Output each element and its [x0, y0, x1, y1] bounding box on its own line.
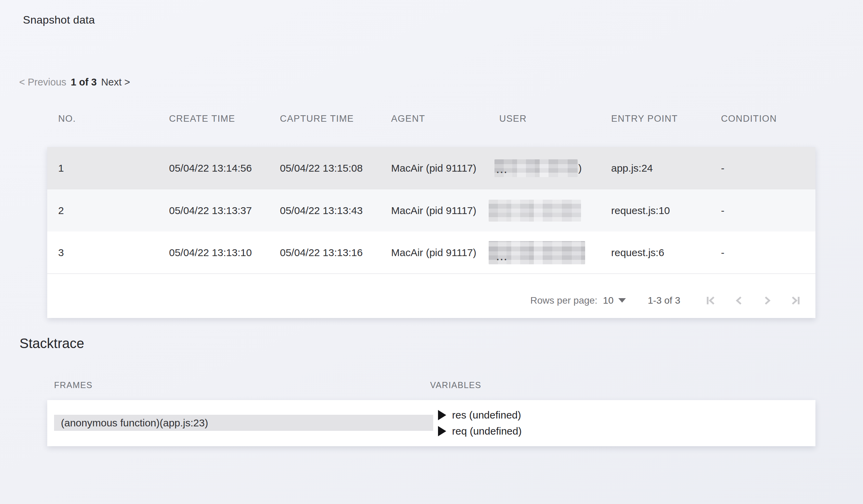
previous-page-button[interactable]: < Previous: [19, 77, 66, 88]
chevron-down-icon: [618, 298, 626, 302]
column-header-agent: AGENT: [391, 114, 499, 124]
snapshot-page: Snapshot data < Previous 1 of 3 Next > N…: [0, 0, 863, 504]
chevron-right-icon: [762, 294, 773, 307]
cell-no: 3: [58, 247, 169, 258]
column-header-entry-point: ENTRY POINT: [611, 114, 721, 124]
redacted-user-blur: [489, 200, 581, 222]
cell-no: 1: [58, 163, 169, 174]
user-overflow-ellipsis: ...: [497, 255, 508, 259]
cell-create-time: 05/04/22 13:13:10: [169, 247, 280, 258]
variable-row-req[interactable]: req (undefined): [438, 423, 522, 439]
variables-label: VARIABLES: [430, 380, 481, 390]
cell-condition: -: [721, 163, 815, 174]
table-row-3[interactable]: 3 05/04/22 13:13:10 05/04/22 13:13:16 Ma…: [47, 232, 815, 273]
cell-entry-point: app.js:24: [611, 163, 721, 174]
cell-agent: MacAir (pid 91117): [391, 205, 499, 217]
cell-create-time: 05/04/22 13:14:56: [169, 163, 280, 174]
frames-label: FRAMES: [54, 380, 93, 390]
cell-create-time: 05/04/22 13:13:37: [169, 205, 280, 217]
cell-agent: MacAir (pid 91117): [391, 163, 499, 174]
triangle-right-icon: [438, 410, 446, 420]
column-header-capture-time: CAPTURE TIME: [280, 114, 391, 124]
cell-user: [499, 200, 611, 222]
page-title: Snapshot data: [23, 14, 95, 26]
pager-status: 1 of 3: [71, 77, 97, 88]
cell-entry-point: request.js:6: [611, 247, 721, 258]
variable-label: req (undefined): [452, 425, 522, 437]
table-header-row: NO. CREATE TIME CAPTURE TIME AGENT USER …: [47, 114, 815, 124]
pagination-range: 1-3 of 3: [648, 295, 680, 306]
column-header-create-time: CREATE TIME: [169, 114, 280, 124]
cell-agent: MacAir (pid 91117): [391, 247, 499, 258]
cell-no: 2: [58, 205, 169, 217]
cell-condition: -: [721, 247, 815, 258]
stacktrace-panel: (anonymous function)(app.js:23) res (und…: [47, 400, 815, 446]
column-header-condition: CONDITION: [721, 114, 815, 124]
table-row-2[interactable]: 2 05/04/22 13:13:37 05/04/22 13:13:43 Ma…: [47, 190, 815, 232]
snapshot-pager: < Previous 1 of 3 Next >: [19, 77, 130, 88]
cell-capture-time: 05/04/22 13:13:43: [280, 205, 391, 217]
user-overflow-ellipsis: ...: [497, 168, 508, 172]
cell-capture-time: 05/04/22 13:15:08: [280, 163, 391, 174]
variable-label: res (undefined): [452, 409, 521, 421]
user-suffix: ): [578, 163, 582, 174]
cell-condition: -: [721, 205, 815, 217]
cell-capture-time: 05/04/22 13:13:16: [280, 247, 391, 258]
table-footer: Rows per page: 10 1-3 of 3: [47, 273, 815, 318]
first-page-icon: [705, 294, 716, 307]
rows-per-page-value: 10: [603, 295, 614, 306]
rows-per-page-select[interactable]: 10: [603, 295, 626, 306]
last-page-icon: [790, 294, 801, 307]
column-header-no: NO.: [58, 114, 169, 124]
last-page-button[interactable]: [790, 294, 801, 307]
variables-list: res (undefined) req (undefined): [438, 407, 522, 439]
next-page-button-icon[interactable]: [762, 294, 773, 307]
first-page-button[interactable]: [705, 294, 716, 307]
next-page-button[interactable]: Next >: [101, 77, 130, 88]
cell-user: ...: [499, 241, 611, 264]
cell-entry-point: request.js:10: [611, 205, 721, 217]
chevron-left-icon: [734, 294, 745, 307]
stack-frame-selected[interactable]: (anonymous function)(app.js:23): [54, 415, 433, 431]
snapshot-table: 1 05/04/22 13:14:56 05/04/22 13:15:08 Ma…: [47, 147, 815, 318]
previous-page-button-icon[interactable]: [734, 294, 745, 307]
rows-per-page-label: Rows per page:: [530, 295, 598, 306]
stacktrace-title: Stacktrace: [20, 336, 84, 351]
cell-user: ) ...: [499, 159, 611, 177]
variable-row-res[interactable]: res (undefined): [438, 407, 522, 423]
triangle-right-icon: [438, 426, 446, 436]
column-header-user: USER: [499, 114, 611, 124]
table-row-1-selected[interactable]: 1 05/04/22 13:14:56 05/04/22 13:15:08 Ma…: [47, 147, 815, 190]
